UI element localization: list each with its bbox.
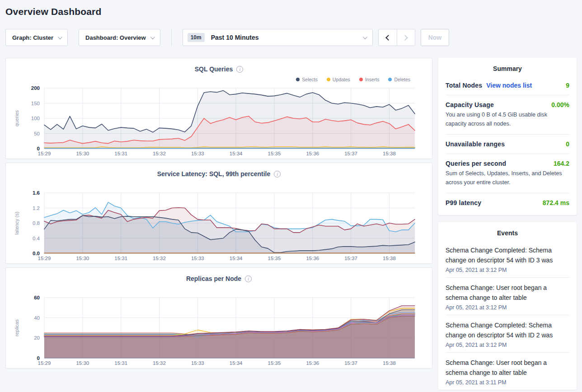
- svg-text:15:33: 15:33: [191, 256, 204, 261]
- svg-text:100: 100: [31, 116, 40, 121]
- svg-text:15:29: 15:29: [38, 360, 51, 366]
- info-icon[interactable]: i: [274, 171, 281, 177]
- svg-text:1.6: 1.6: [33, 190, 40, 196]
- svg-text:15:36: 15:36: [306, 151, 319, 156]
- unavailable-ranges-value: 0: [566, 140, 569, 148]
- svg-text:15:36: 15:36: [306, 360, 319, 366]
- events-title: Events: [446, 229, 569, 240]
- summary-card: Summary Total Nodes View nodes list 9 Ca…: [438, 58, 577, 215]
- legend-label: Updates: [333, 77, 350, 82]
- time-range-label: Past 10 Minutes: [211, 34, 259, 41]
- prev-range-button[interactable]: [379, 29, 397, 46]
- svg-text:15:38: 15:38: [383, 256, 396, 261]
- svg-text:0: 0: [37, 146, 40, 151]
- svg-text:15:37: 15:37: [344, 360, 357, 366]
- svg-text:15:29: 15:29: [38, 151, 51, 156]
- legend-dot: [327, 78, 330, 81]
- legend-dot: [388, 78, 392, 81]
- svg-text:replicas: replicas: [14, 319, 19, 336]
- sql-queries-panel: SQL Queries i SelectsUpdatesInsertsDelet…: [5, 58, 432, 159]
- view-nodes-list-link[interactable]: View nodes list: [486, 82, 532, 89]
- unavailable-ranges-label: Unavailable ranges: [446, 140, 505, 148]
- svg-text:0.0: 0.0: [33, 251, 40, 256]
- toolbar: Graph: Cluster Dashboard: Overview 10m P…: [5, 29, 577, 46]
- chevron-down-icon: [363, 35, 367, 39]
- svg-text:15:37: 15:37: [344, 256, 357, 261]
- svg-text:50: 50: [34, 131, 40, 136]
- now-button[interactable]: Now: [421, 29, 450, 46]
- service-latency-chart: 15:2915:3015:3115:3215:3315:3415:3515:36…: [11, 190, 427, 261]
- svg-text:15:32: 15:32: [153, 256, 166, 261]
- event-item: Schema Change: User root began a schema …: [446, 353, 569, 390]
- replicas-per-node-panel: Replicas per Node i 15:2915:3015:3115:32…: [5, 267, 432, 369]
- svg-text:40: 40: [34, 315, 40, 321]
- svg-text:15:38: 15:38: [383, 360, 396, 366]
- event-timestamp: Apr 05, 2021 at 3:12 PM: [446, 267, 569, 273]
- events-card: Events Schema Change Completed: Schema c…: [438, 222, 577, 390]
- summary-row-qps: Queries per second 164.2 Sum of Selects,…: [446, 154, 569, 193]
- sql-queries-chart: 15:2915:3015:3115:3215:3315:3415:3515:36…: [11, 85, 427, 157]
- chart-legend: [11, 178, 427, 190]
- svg-text:15:32: 15:32: [153, 151, 166, 156]
- replicas-per-node-chart: 15:2915:3015:3115:3215:3315:3415:3515:36…: [11, 295, 427, 366]
- dashboard-dropdown[interactable]: Dashboard: Overview: [79, 29, 160, 46]
- chevron-down-icon: [58, 35, 62, 39]
- svg-text:200: 200: [31, 85, 40, 91]
- p99-latency-value: 872.4 ms: [543, 199, 569, 206]
- svg-text:15:37: 15:37: [344, 151, 357, 156]
- event-timestamp: Apr 05, 2021 at 3:12 PM: [446, 304, 569, 311]
- chart-title: Service Latency: SQL, 99th percentile: [157, 170, 271, 177]
- chevron-down-icon: [150, 35, 155, 39]
- chart-legend: [11, 283, 427, 295]
- event-timestamp: Apr 05, 2021 at 3:11 PM: [446, 379, 569, 386]
- svg-text:15:35: 15:35: [268, 256, 281, 261]
- event-message: Schema Change Completed: Schema change o…: [446, 321, 569, 341]
- svg-text:queries: queries: [14, 110, 19, 126]
- svg-text:150: 150: [31, 101, 40, 106]
- summary-row-total-nodes: Total Nodes View nodes list 9: [446, 76, 569, 95]
- capacity-value: 0.00%: [551, 101, 569, 108]
- svg-text:15:31: 15:31: [114, 360, 127, 366]
- legend-item-deletes[interactable]: Deletes: [388, 77, 410, 82]
- event-message: Schema Change Completed: Schema change o…: [446, 246, 569, 266]
- legend-item-updates[interactable]: Updates: [327, 77, 350, 82]
- svg-text:15:30: 15:30: [76, 360, 89, 366]
- graph-dropdown[interactable]: Graph: Cluster: [5, 29, 68, 46]
- svg-text:15:31: 15:31: [114, 151, 127, 156]
- svg-text:0.4: 0.4: [33, 236, 40, 241]
- sidebar: Summary Total Nodes View nodes list 9 Ca…: [438, 58, 577, 390]
- page-header: Overview Dashboard: [0, 0, 582, 17]
- service-latency-panel: Service Latency: SQL, 99th percentile i …: [5, 163, 432, 264]
- svg-text:15:33: 15:33: [191, 151, 204, 156]
- qps-label: Queries per second: [446, 160, 506, 167]
- p99-latency-label: P99 latency: [446, 199, 481, 206]
- svg-text:15:29: 15:29: [38, 256, 51, 261]
- svg-text:15:30: 15:30: [76, 151, 89, 156]
- event-item: Schema Change Completed: Schema change o…: [446, 240, 569, 278]
- svg-text:15:30: 15:30: [76, 256, 89, 261]
- legend-dot: [359, 78, 363, 81]
- legend-dot: [296, 78, 300, 81]
- svg-text:15:33: 15:33: [191, 360, 204, 366]
- legend-item-inserts[interactable]: Inserts: [359, 77, 380, 82]
- svg-text:0: 0: [37, 355, 40, 361]
- summary-row-unavailable: Unavailable ranges 0: [446, 135, 569, 154]
- chevron-right-icon: [402, 35, 408, 41]
- qps-desc: Sum of Selects, Updates, Inserts, and De…: [446, 169, 569, 187]
- event-item: Schema Change Completed: Schema change o…: [446, 315, 569, 353]
- legend-label: Selects: [302, 77, 317, 82]
- svg-text:15:35: 15:35: [268, 360, 281, 366]
- total-nodes-label: Total Nodes: [446, 82, 482, 89]
- info-icon[interactable]: i: [236, 66, 243, 73]
- time-range-picker[interactable]: 10m Past 10 Minutes: [183, 29, 373, 46]
- svg-text:15:31: 15:31: [114, 256, 127, 261]
- toolbar-divider: [171, 29, 172, 46]
- svg-text:15:34: 15:34: [230, 151, 243, 156]
- event-message: Schema Change: User root began a schema …: [446, 358, 569, 378]
- qps-value: 164.2: [554, 160, 569, 167]
- capacity-desc: You are using 0 B of 4.5 GiB usable disk…: [446, 111, 569, 128]
- svg-text:15:36: 15:36: [306, 256, 319, 261]
- next-range-button[interactable]: [397, 29, 415, 46]
- legend-item-selects[interactable]: Selects: [296, 77, 317, 82]
- info-icon[interactable]: i: [245, 275, 252, 282]
